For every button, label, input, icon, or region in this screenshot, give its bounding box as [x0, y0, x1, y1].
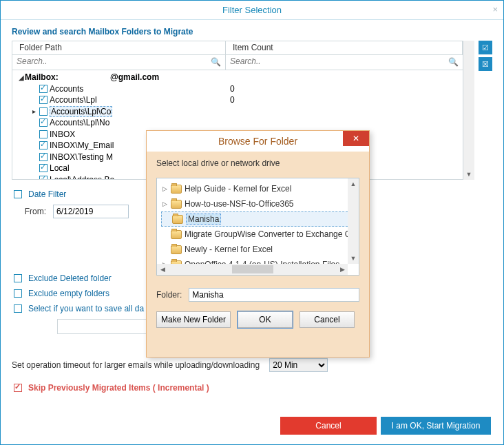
- tree-row[interactable]: ▸Accounts\Lpl\Co: [15, 106, 460, 118]
- dialog-instruction: Select local drive or network drive: [156, 158, 359, 168]
- browser-row[interactable]: Manisha: [161, 211, 355, 227]
- folder-name-input[interactable]: [189, 288, 359, 302]
- browser-row[interactable]: Migrate GroupWise Converter to Exchange …: [161, 227, 355, 242]
- browser-row-label: Migrate GroupWise Converter to Exchange …: [185, 229, 351, 239]
- tree-row[interactable]: Accounts0: [15, 83, 460, 95]
- exclude-deleted-checkbox[interactable]: [14, 274, 22, 282]
- skip-migrated-checkbox[interactable]: [14, 384, 22, 392]
- folder-checkbox[interactable]: [39, 164, 48, 172]
- browser-row-label: Help Guide - Kernel for Excel: [185, 184, 291, 194]
- timeout-label: Set operation timeout for larger emails …: [12, 360, 260, 370]
- dialog-hscroll[interactable]: ◀▶: [157, 264, 348, 275]
- search-icon[interactable]: 🔍: [448, 57, 459, 67]
- col-header-folder[interactable]: Folder Path: [12, 41, 226, 54]
- browse-folder-dialog: Browse For Folder ✕ Select local drive o…: [146, 130, 370, 358]
- dialog-vscroll[interactable]: ▲▼: [348, 178, 359, 264]
- cancel-button[interactable]: Cancel: [280, 417, 377, 435]
- dialog-ok-button[interactable]: OK: [238, 311, 293, 328]
- filter-selection-window: Filter Selection × Review and search Mai…: [0, 0, 504, 445]
- folder-field-label: Folder:: [156, 290, 182, 300]
- folder-icon: [172, 215, 183, 224]
- browser-row-label: How-to-use-NSF-to-Office365: [185, 199, 294, 209]
- search-icon[interactable]: 🔍: [211, 57, 221, 67]
- close-icon[interactable]: ×: [492, 4, 498, 14]
- tree-row[interactable]: Accounts\Lpl\No: [15, 117, 460, 129]
- expand-icon[interactable]: ▸: [30, 107, 37, 115]
- folder-browser-tree[interactable]: ▷Help Guide - Kernel for Excel▷How-to-us…: [156, 178, 359, 276]
- expand-icon[interactable]: ▷: [161, 200, 168, 207]
- folder-label: INBOX\Testing M: [50, 152, 113, 162]
- date-filter-label: Date Filter: [28, 189, 66, 199]
- folder-checkbox[interactable]: [39, 130, 48, 138]
- col-header-count[interactable]: Item Count: [226, 41, 463, 54]
- from-date-input[interactable]: [53, 205, 129, 218]
- page-subtitle: Review and search Mailbox Folders to Mig…: [12, 27, 492, 37]
- item-count: 0: [226, 95, 460, 105]
- folder-icon: [171, 185, 182, 194]
- start-migration-button[interactable]: I am OK, Start Migration: [381, 417, 491, 435]
- folder-icon: [171, 245, 182, 254]
- folder-icon: [171, 200, 182, 209]
- folder-checkbox[interactable]: [39, 141, 48, 149]
- skip-migrated-label: Skip Previously Migrated Items ( Increme…: [28, 383, 209, 393]
- redacted: [61, 72, 110, 80]
- browser-row[interactable]: ▷Help Guide - Kernel for Excel: [161, 181, 355, 196]
- save-all-checkbox[interactable]: [14, 304, 22, 313]
- browser-row[interactable]: Newly - Kernel for Excel: [161, 242, 355, 257]
- folder-checkbox[interactable]: [39, 85, 48, 93]
- grid-scrollbar[interactable]: ▼: [463, 41, 474, 180]
- folder-checkbox[interactable]: [39, 176, 48, 179]
- titlebar: Filter Selection ×: [1, 1, 503, 20]
- folder-label: Local\Address Bo: [50, 175, 114, 179]
- item-count: 0: [226, 84, 460, 94]
- folder-checkbox[interactable]: [39, 153, 48, 161]
- folder-label: Accounts\Lpl\No: [50, 118, 109, 127]
- expand-icon[interactable]: ▷: [161, 185, 168, 192]
- browser-row-label: Newly - Kernel for Excel: [185, 245, 273, 254]
- browser-row-label: Manisha: [186, 214, 221, 225]
- dialog-close-button[interactable]: ✕: [343, 131, 369, 146]
- folder-checkbox[interactable]: [39, 118, 48, 127]
- search-folder-input[interactable]: [12, 55, 125, 68]
- folder-checkbox[interactable]: [39, 96, 48, 104]
- folder-label: Local: [50, 163, 70, 173]
- exclude-empty-checkbox[interactable]: [14, 289, 22, 298]
- collapse-icon[interactable]: ◢: [18, 74, 25, 81]
- window-title: Filter Selection: [222, 5, 282, 15]
- search-count-input[interactable]: [226, 55, 463, 68]
- folder-label: Accounts\Lpl\Co: [50, 106, 112, 117]
- make-new-folder-button[interactable]: Make New Folder: [156, 311, 231, 328]
- content: Review and search Mailbox Folders to Mig…: [1, 20, 503, 444]
- from-label: From:: [12, 207, 46, 216]
- dialog-title: Browse For Folder: [218, 136, 297, 147]
- folder-label: INBOX\My_Email: [50, 141, 114, 150]
- folder-icon: [171, 230, 182, 239]
- browser-row[interactable]: ▷How-to-use-NSF-to-Office365: [161, 196, 355, 211]
- tree-row[interactable]: Accounts\Lpl0: [15, 94, 460, 106]
- date-filter-checkbox[interactable]: [14, 190, 22, 198]
- dialog-cancel-button[interactable]: Cancel: [300, 311, 355, 328]
- select-all-icon[interactable]: ☑: [479, 41, 492, 54]
- folder-label: INBOX: [50, 130, 75, 139]
- folder-label: Accounts: [50, 84, 83, 94]
- folder-label: Accounts\Lpl: [50, 95, 97, 105]
- folder-checkbox[interactable]: [39, 107, 48, 116]
- timeout-select[interactable]: 20 Min: [269, 358, 328, 372]
- deselect-all-icon[interactable]: ☒: [479, 57, 492, 71]
